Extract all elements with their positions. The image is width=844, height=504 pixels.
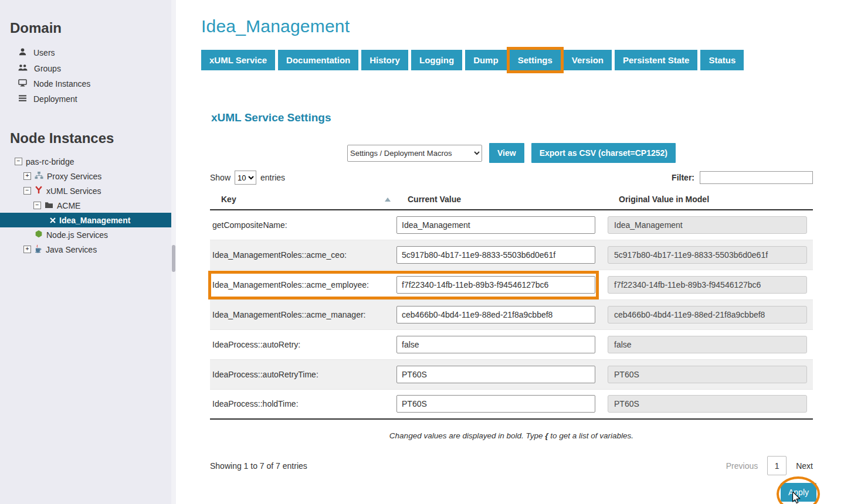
node-tree: pas-rc-bridge Proxy Services xUML Servic… bbox=[0, 154, 176, 257]
tab-status[interactable]: Status bbox=[700, 50, 744, 70]
tab-xuml-service[interactable]: xUML Service bbox=[201, 50, 275, 70]
xuml-icon bbox=[35, 186, 43, 196]
sidebar-item-node-instances[interactable]: Node Instances bbox=[0, 76, 176, 91]
current-value-input[interactable] bbox=[396, 246, 595, 264]
current-value-input[interactable] bbox=[396, 276, 595, 294]
current-value-input[interactable] bbox=[396, 216, 595, 234]
original-value: f7f22340-14fb-11eb-89b3-f94546127bc6 bbox=[608, 276, 807, 294]
user-icon bbox=[18, 47, 27, 58]
current-value-input[interactable] bbox=[396, 395, 595, 413]
entries-summary: Showing 1 to 7 of 7 entries bbox=[210, 461, 307, 471]
domain-list: Users Groups Node Instances Deployment bbox=[0, 45, 176, 107]
settings-panel: xUML Service Settings Settings / Deploym… bbox=[201, 90, 822, 504]
sidebar-scrollbar-thumb[interactable] bbox=[172, 245, 175, 272]
domain-heading: Domain bbox=[0, 0, 176, 36]
filter-control: Filter: bbox=[672, 171, 813, 184]
pagination: Previous 1 Next bbox=[726, 456, 813, 475]
current-value-input[interactable] bbox=[396, 336, 595, 353]
tree-node-label: Node.js Services bbox=[46, 230, 108, 240]
setting-key: IdeaProcess::autoRetry: bbox=[210, 329, 396, 359]
tab-documentation[interactable]: Documentation bbox=[278, 50, 358, 70]
view-button[interactable]: View bbox=[489, 143, 524, 163]
tab-version[interactable]: Version bbox=[564, 50, 612, 70]
group-icon bbox=[18, 64, 28, 73]
table-row: IdeaProcess::autoRetryTime: PT60S bbox=[210, 359, 813, 389]
table-row: Idea_ManagementRoles::acme_ceo: 5c917b80… bbox=[210, 240, 813, 270]
original-value: false bbox=[608, 336, 807, 353]
original-value: Idea_Management bbox=[608, 216, 807, 234]
expand-icon[interactable] bbox=[23, 246, 31, 253]
collapse-icon[interactable] bbox=[23, 187, 31, 195]
setting-key: IdeaProcess::holdTime: bbox=[210, 389, 396, 419]
column-header-current-value[interactable]: Current Value bbox=[396, 190, 608, 210]
tree-node-idea-management[interactable]: Idea_Management bbox=[0, 213, 176, 227]
tree-node-label: Java Services bbox=[46, 245, 97, 254]
filter-input[interactable] bbox=[700, 171, 813, 184]
sidebar-item-groups[interactable]: Groups bbox=[0, 61, 176, 76]
tree-node-label: Idea_Management bbox=[59, 216, 130, 225]
current-value-input[interactable] bbox=[396, 306, 595, 323]
original-value: PT60S bbox=[608, 395, 807, 413]
main-content: Idea_Management xUML Service Documentati… bbox=[176, 0, 844, 504]
tree-node-label: Proxy Services bbox=[47, 172, 101, 181]
tree-node-label: pas-rc-bridge bbox=[26, 157, 74, 166]
table-header-row: Key Current Value Original Value in Mode… bbox=[210, 190, 813, 210]
sidebar-item-label: Users bbox=[33, 48, 55, 57]
tab-history[interactable]: History bbox=[361, 50, 408, 70]
x-icon bbox=[50, 216, 56, 225]
tab-persistent-state[interactable]: Persistent State bbox=[615, 50, 697, 70]
collapse-icon[interactable] bbox=[33, 202, 41, 209]
tree-node-java-services[interactable]: Java Services bbox=[0, 242, 176, 257]
tree-node-proxy-services[interactable]: Proxy Services bbox=[0, 169, 176, 183]
tab-dump[interactable]: Dump bbox=[465, 50, 507, 70]
sidebar-item-label: Node Instances bbox=[33, 79, 90, 88]
macro-select[interactable]: Settings / Deployment Macros bbox=[347, 145, 482, 162]
collapse-icon[interactable] bbox=[15, 158, 22, 165]
tab-logging[interactable]: Logging bbox=[411, 50, 462, 70]
current-value-input[interactable] bbox=[396, 366, 595, 383]
previous-page-button[interactable]: Previous bbox=[726, 461, 758, 471]
apply-row: Apply bbox=[210, 483, 816, 502]
setting-key: Idea_ManagementRoles::acme_ceo: bbox=[210, 240, 396, 270]
tree-node-bridge[interactable]: pas-rc-bridge bbox=[0, 154, 176, 169]
original-value: ceb466b0-4bd4-11e9-88ed-21f8a9cbbef8 bbox=[608, 306, 807, 323]
page-title: Idea_Management bbox=[201, 16, 822, 36]
expand-icon[interactable] bbox=[23, 172, 31, 180]
table-row: IdeaProcess::autoRetry: false bbox=[210, 329, 813, 359]
sidebar-item-label: Groups bbox=[34, 64, 61, 73]
list-icon bbox=[18, 94, 27, 104]
tree-node-nodejs-services[interactable]: Node.js Services bbox=[0, 227, 176, 242]
tree-node-label: ACME bbox=[57, 201, 80, 210]
apply-button[interactable]: Apply bbox=[781, 483, 816, 502]
tab-bar: xUML Service Documentation History Loggi… bbox=[201, 50, 822, 70]
next-page-button[interactable]: Next bbox=[796, 461, 813, 471]
table-row-highlighted: Idea_ManagementRoles::acme_employee: f7f… bbox=[210, 270, 813, 299]
column-header-key[interactable]: Key bbox=[210, 190, 396, 210]
node-instances-heading: Node Instances bbox=[0, 107, 176, 147]
macro-toolbar: Settings / Deployment Macros View Export… bbox=[210, 143, 813, 163]
tree-node-label: xUML Services bbox=[46, 186, 101, 196]
table-footer: Showing 1 to 7 of 7 entries Previous 1 N… bbox=[210, 456, 813, 475]
proxy-icon bbox=[35, 171, 43, 182]
page-number-button[interactable]: 1 bbox=[767, 456, 787, 475]
filter-label: Filter: bbox=[672, 173, 694, 182]
table-row: IdeaProcess::holdTime: PT60S bbox=[210, 389, 813, 419]
sidebar-item-deployment[interactable]: Deployment bbox=[0, 91, 176, 107]
tree-node-acme[interactable]: ACME bbox=[0, 198, 176, 213]
original-value: 5c917b80-4b17-11e9-8833-5503b6d0e61f bbox=[608, 246, 807, 264]
app-root: Domain Users Groups Node Instances Deplo… bbox=[0, 0, 844, 504]
tab-settings[interactable]: Settings bbox=[510, 50, 561, 70]
folder-icon bbox=[45, 201, 53, 210]
page-size-control: Show 10 entries bbox=[210, 171, 285, 185]
column-header-original-value[interactable]: Original Value in Model bbox=[608, 190, 813, 210]
help-note: Changed values are displayed in bold. Ty… bbox=[210, 431, 813, 440]
show-label: Show bbox=[210, 173, 231, 182]
page-size-select[interactable]: 10 bbox=[235, 171, 256, 185]
java-icon bbox=[35, 244, 42, 255]
tree-node-xuml-services[interactable]: xUML Services bbox=[0, 183, 176, 198]
sidebar-item-users[interactable]: Users bbox=[0, 45, 176, 61]
export-csv-button[interactable]: Export as CSV (charset=CP1252) bbox=[531, 143, 676, 163]
original-value: PT60S bbox=[608, 366, 807, 383]
table-row: Idea_ManagementRoles::acme_manager: ceb4… bbox=[210, 299, 813, 329]
setting-key: Idea_ManagementRoles::acme_employee: bbox=[210, 270, 396, 299]
